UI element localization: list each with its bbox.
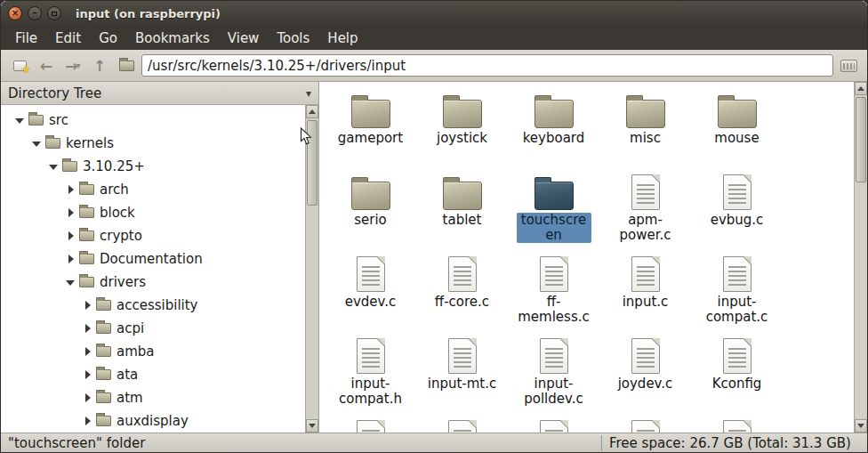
expander-collapsed-icon[interactable] [83,417,92,426]
grid-item-misc[interactable]: misc [599,87,691,169]
grid-item-evbug-c[interactable]: evbug.c [691,169,783,251]
expander-collapsed-icon[interactable] [66,185,76,195]
menubar: File Edit Go Bookmarks View Tools Help [1,26,867,50]
grid-item-label: evbug.c [711,213,764,228]
folder-icon [79,184,94,195]
close-icon[interactable]: × [8,6,22,20]
scroll-up-button[interactable] [855,82,867,95]
grid-item-partial[interactable] [508,415,599,433]
folder-icon [79,207,94,218]
grid-item-label: input-mt.c [428,376,497,392]
up-button[interactable]: ↑ [88,54,111,77]
maximize-icon[interactable] [47,6,61,20]
tree-item-documentation[interactable]: Documentation [1,247,305,271]
keyboard-toggle-button[interactable] [837,54,860,77]
menu-file[interactable]: File [6,28,46,49]
folder-icon [45,138,60,149]
grid-item-input-polldev-c[interactable]: input-polldev.c [508,333,599,415]
tree-item-acpi[interactable]: acpi [1,317,305,340]
tree-item-kernels[interactable]: kernels [1,132,305,155]
sidebar: Directory Tree ▾ src kernels [1,82,319,433]
grid-item-joystick[interactable]: joystick [416,87,508,169]
expander-collapsed-icon[interactable] [66,208,76,218]
grid-item-kconfig[interactable]: Kconfig [691,333,783,415]
sidebar-mode-selector[interactable]: Directory Tree ▾ [1,82,318,105]
tree-item-amba[interactable]: amba [1,340,305,363]
scroll-down-button[interactable] [855,419,867,433]
expander-expanded-icon[interactable] [49,162,59,172]
grid-item-partial[interactable] [599,415,691,433]
expander-collapsed-icon[interactable] [83,324,92,334]
tree-scrollbar[interactable] [305,105,318,433]
menu-view[interactable]: View [219,28,269,49]
tree-item-block[interactable]: block [1,201,305,224]
menu-help[interactable]: Help [318,28,366,49]
grid-item-label: joystick [437,131,487,146]
toolbar: ★ ← → ▾ ↑ [1,50,867,82]
grid-item-ff-memless-c[interactable]: ff-memless.c [508,251,599,333]
tree-item-3-10-25[interactable]: 3.10.25+ [1,155,305,178]
grid-item-label: mouse [714,131,759,146]
tree-item-label: src [49,112,68,128]
expander-collapsed-icon[interactable] [83,393,92,403]
sidebar-header-label: Directory Tree [8,85,101,101]
grid-item-input-compat-c[interactable]: input-compat.c [691,251,783,333]
grid-item-partial[interactable] [416,415,508,433]
grid-item-joydev-c[interactable]: joydev.c [599,333,691,415]
grid-item-mouse[interactable]: mouse [691,87,783,169]
grid-item-apm-power-c[interactable]: apm-power.c [599,169,691,251]
scrollbar-thumb[interactable] [856,97,866,182]
tree-item-arch[interactable]: arch [1,178,305,201]
tree-item-crypto[interactable]: crypto [1,224,305,247]
tree-item-ata[interactable]: ata [1,363,305,386]
grid-item-tablet[interactable]: tablet [416,169,508,251]
back-button[interactable]: ← [35,54,58,77]
folder-icon [96,300,111,311]
grid-item-touchscreen-selected[interactable]: touchscreen [508,169,599,251]
new-tab-button[interactable]: ★ [8,54,31,77]
path-input[interactable] [141,54,833,77]
expander-expanded-icon[interactable] [66,278,76,287]
expander-collapsed-icon[interactable] [83,301,92,311]
status-selection-text: "touchscreen" folder [1,435,601,451]
expander-expanded-icon[interactable] [32,139,42,149]
grid-item-keyboard[interactable]: keyboard [508,87,599,169]
scrollbar-track[interactable] [306,118,318,419]
home-button[interactable] [115,54,138,77]
expander-expanded-icon[interactable] [15,116,25,125]
scroll-down-button[interactable] [306,419,318,433]
grid-item-gameport[interactable]: gameport [325,87,416,169]
keyboard-icon [840,60,857,72]
menu-edit[interactable]: Edit [46,28,90,49]
menu-bookmarks[interactable]: Bookmarks [126,28,219,49]
expander-collapsed-icon[interactable] [83,347,92,357]
grid-item-partial[interactable] [691,415,783,433]
grid-item-input-mt-c[interactable]: input-mt.c [416,333,508,415]
expander-collapsed-icon[interactable] [83,370,92,380]
minimize-icon[interactable]: – [28,6,42,20]
expander-collapsed-icon[interactable] [66,255,76,264]
menu-go[interactable]: Go [90,28,126,49]
grid-item-ff-core-c[interactable]: ff-core.c [416,251,508,333]
grid-item-input-compat-h[interactable]: input-compat.h [325,333,416,415]
tree-item-src[interactable]: src [1,109,305,132]
menu-tools[interactable]: Tools [268,28,318,49]
expander-collapsed-icon[interactable] [66,231,76,241]
grid-item-label: input.c [623,295,669,310]
scroll-up-button[interactable] [306,105,318,118]
tree-item-label: ata [117,367,138,383]
folder-icon [28,115,44,125]
scrollbar-track[interactable] [855,95,867,419]
main-scrollbar[interactable] [854,82,867,433]
grid-item-partial[interactable] [325,415,416,433]
tree-item-auxdisplay[interactable]: auxdisplay [1,409,305,433]
file-icon [448,256,477,292]
scrollbar-thumb[interactable] [307,120,317,206]
tree-item-accessibility[interactable]: accessibility [1,294,305,317]
tree-item-atm[interactable]: atm [1,386,305,409]
grid-item-input-c[interactable]: input.c [599,251,691,333]
grid-item-evdev-c[interactable]: evdev.c [325,251,416,333]
tree-item-drivers[interactable]: drivers [1,271,305,294]
grid-item-serio[interactable]: serio [325,169,416,251]
forward-button[interactable]: → ▾ [61,54,84,77]
